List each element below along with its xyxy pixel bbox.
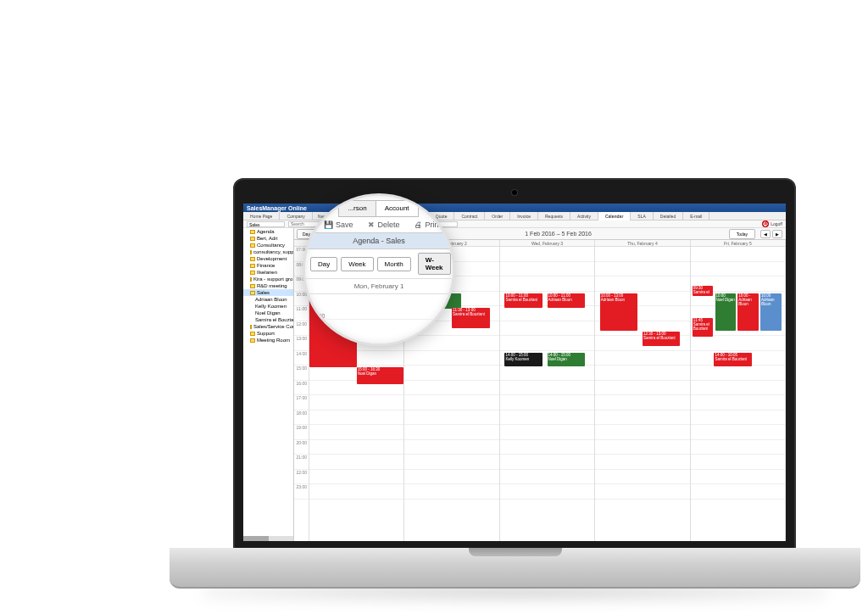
logoff-button[interactable]: ⏻ Logoff [762,220,782,227]
folder-icon [250,257,255,261]
nav-company[interactable]: Company [280,212,312,220]
nav-calendar[interactable]: Calendar [598,212,631,220]
time-slot: 11:00 [294,306,309,321]
mag-day-label: Mon, February 1 [305,278,453,294]
time-slot: 13:00 [294,336,309,351]
today-button[interactable]: Today [729,229,755,239]
mag-view-day[interactable]: Day [310,257,337,271]
nav-invoice[interactable]: Invoice [510,212,538,220]
nav-activity[interactable]: Activity [570,212,598,220]
next-arrow[interactable]: ▶ [772,230,782,238]
time-slot: 15:00 [294,366,309,381]
calendar-event[interactable]: 11:45Samira el Bouziani [693,318,714,337]
mag-header: Agenda - Sales [305,232,453,249]
time-slot: 12:00 [294,321,309,337]
nav-sla[interactable]: SLA [631,212,653,220]
time-slot: 16:00 [294,381,309,396]
tree-consultancy-support[interactable]: consultancy, support [243,248,293,255]
day-header: Wed, February 3 [500,240,594,247]
day-header: Thu, February 4 [595,240,689,247]
tree-sales[interactable]: Sales [243,289,293,296]
folder-icon [250,237,255,241]
calendar-event[interactable]: 10:00 -Adriaan Bloon [737,293,759,331]
nav-home[interactable]: Home Page [243,212,280,220]
day-column[interactable]: Fri, February 509:30Samira el10:00Noel D… [691,240,786,541]
time-slot: 14:00 [294,351,309,366]
tree-noel[interactable]: Noel Digan [243,310,293,316]
mag-tab-account[interactable]: Account [376,200,419,217]
time-slot: 17:00 [294,395,309,410]
mag-delete[interactable]: ✖Delete [363,219,404,231]
webcam-icon [512,190,517,195]
folder-icon [250,230,255,234]
prev-arrow[interactable]: ◀ [760,230,771,238]
tree-kelly[interactable]: Kelly Koomen [243,303,293,310]
time-slot: 19:00 [294,425,309,440]
tree-adriaan[interactable]: Adriaan Bloon [243,296,293,303]
sidebar-tree: Agenda Bert, Adri Consultancy consultanc… [243,228,294,541]
app-title: SalesManager Online [247,205,307,211]
app-title-bar: SalesManager Online [243,204,786,212]
time-slot: 20:00 [294,440,309,455]
mag-tab-person[interactable]: ...rson [338,200,376,217]
calendar-event[interactable]: 14:00 - 15:00Noel Digan [548,353,586,366]
calendar-event[interactable]: 15:00 - 16:30Noel Digan [357,367,404,384]
nav-requests[interactable]: Requests [538,212,570,220]
day-column[interactable]: Wed, February 310:00 - 11:00Samira el Bo… [500,240,595,541]
tree-development[interactable]: Development [243,255,293,262]
time-slot: 22:00 [294,470,309,485]
tree-samira[interactable]: Samira el Bouziani [243,316,293,323]
magnifier-overlay: ...rson Account 💾Save ✖Delete 🖨Print Age… [303,193,455,346]
calendar-event[interactable]: 12:30 - 13:00Samira el Bouziani [643,332,681,346]
calendar-event[interactable]: 09:30Samira el [693,286,714,296]
folder-icon [250,332,255,336]
scope-dropdown[interactable]: Sales [247,221,285,227]
calendar-event[interactable]: 10:00 - 13:00Adriaan Bloon [600,293,638,331]
tree-kira[interactable]: Kira - support gro [243,276,293,282]
tree-bert[interactable]: Bert, Adri [243,235,293,242]
tree-ilselanen[interactable]: Ilselanen [243,269,293,276]
tree-agenda[interactable]: Agenda [243,228,293,235]
time-slot: 18:00 [294,410,309,426]
nav-email[interactable]: E-mail [683,212,709,220]
folder-icon [250,325,252,329]
nav-detailed[interactable]: Detailed [654,212,683,220]
folder-icon [250,284,255,288]
tree-sales-service[interactable]: Sales/Service Consulta [243,323,293,330]
folder-icon [250,277,252,282]
folder-icon [250,271,255,275]
nav-contract[interactable]: Contract [454,212,485,220]
calendar-event[interactable]: 10:00 - 11:00Adriaan Bloon [548,293,586,308]
tree-rd-meeting[interactable]: R&D meeting [243,282,293,289]
logoff-icon: ⏻ [762,220,769,227]
nav-order[interactable]: Order [485,212,510,220]
mag-view-month[interactable]: Month [377,257,411,271]
calendar-event[interactable]: 11:30 - 13:00Samira el Bouziani [452,308,490,328]
calendar-event[interactable]: 10:00Noel Digan [715,293,737,331]
tree-support[interactable]: Support [243,330,293,337]
folder-icon [250,264,255,268]
mag-view-week[interactable]: Week [341,257,373,271]
calendar-event[interactable]: 10:00 - 11:00Samira el Bouziani [504,293,542,308]
laptop-notch [469,548,562,556]
mag-view-wweek[interactable]: W-Week [418,253,451,275]
mag-save[interactable]: 💾Save [319,219,359,231]
tree-finance[interactable]: Finance [243,262,293,269]
scrollbar-horizontal[interactable] [243,536,293,541]
scrollbar-thumb[interactable] [243,536,269,541]
folder-icon [250,291,255,295]
calendar-event[interactable]: 10:00Adriaan Bloon [760,293,782,331]
time-slot: 21:00 [294,455,309,470]
folder-icon [250,250,252,254]
time-slot: 23:00 [294,484,309,500]
folder-icon [250,338,255,343]
tree-meeting-room[interactable]: Meeting Room [243,337,293,343]
folder-icon [250,243,255,248]
calendar-event[interactable]: 14:00 - 15:00Kelly Koomen [504,353,542,366]
day-header: Fri, February 5 [691,240,785,247]
day-column[interactable]: Thu, February 410:00 - 13:00Adriaan Bloo… [595,240,690,541]
tree-consultancy[interactable]: Consultancy [243,242,293,248]
calendar-event[interactable]: 14:00 - 10:05Samira el Bouziani [714,353,752,366]
